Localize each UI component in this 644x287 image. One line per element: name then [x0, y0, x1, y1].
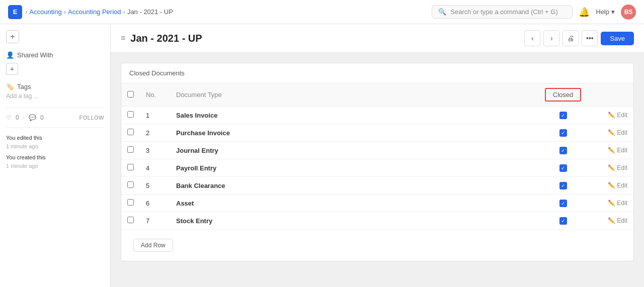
- row-no: 5: [140, 177, 170, 195]
- row-closed-cell: ✓: [533, 195, 593, 212]
- table-row: 2 Purchase Invoice ✓ ✏️ Edit: [121, 124, 633, 142]
- row-edit-cell: ✏️ Edit: [593, 212, 633, 230]
- comment-icon: 💬: [29, 114, 36, 121]
- closed-check-icon: ✓: [559, 164, 567, 172]
- more-button[interactable]: •••: [582, 30, 598, 46]
- topnav: E › Accounting › Accounting Period › Jan…: [0, 0, 644, 24]
- shared-with-section: 👤 Shared With +: [6, 51, 104, 75]
- row-closed-cell: ✓: [533, 177, 593, 195]
- tag-icon: 🏷️: [6, 83, 14, 90]
- breadcrumb-chevron-1: ›: [25, 8, 27, 16]
- closed-check-icon: ✓: [559, 112, 567, 119]
- comments-count: 0: [40, 114, 44, 121]
- page-header: ≡ Jan - 2021 - UP ‹ › 🖨 ••• Save: [111, 24, 644, 53]
- row-checkbox[interactable]: [127, 146, 134, 153]
- prev-button[interactable]: ‹: [524, 30, 540, 46]
- edit-link[interactable]: ✏️ Edit: [599, 200, 627, 207]
- header-checkbox[interactable]: [127, 91, 134, 98]
- breadcrumb-accounting-period[interactable]: Accounting Period: [68, 8, 121, 16]
- content-area: Closed Documents No. Document Type Close…: [111, 53, 644, 287]
- page-header-right: ‹ › 🖨 ••• Save: [524, 30, 634, 46]
- tags-title: 🏷️ Tags: [6, 83, 104, 90]
- row-closed-cell: ✓: [533, 107, 593, 124]
- help-button[interactable]: Help ▾: [596, 8, 615, 16]
- hamburger-icon[interactable]: ≡: [121, 34, 125, 43]
- page-title: Jan - 2021 - UP: [130, 33, 202, 44]
- next-button[interactable]: ›: [543, 30, 559, 46]
- row-checkbox-cell: [121, 212, 140, 230]
- search-bar[interactable]: 🔍 Search or type a command (Ctrl + G): [432, 5, 573, 19]
- header-checkbox-cell: [121, 83, 140, 107]
- add-row-button[interactable]: Add Row: [133, 239, 173, 252]
- table-row: 3 Journal Entry ✓ ✏️ Edit: [121, 142, 633, 159]
- row-edit-cell: ✏️ Edit: [593, 107, 633, 124]
- stats: ♡ 0 · 💬 0 FOLLOW: [6, 114, 104, 121]
- help-chevron-icon: ▾: [611, 8, 615, 16]
- tags-label: Tags: [17, 83, 31, 90]
- header-document-type: Document Type: [170, 83, 533, 107]
- app-icon[interactable]: E: [8, 5, 22, 19]
- edit-link[interactable]: ✏️ Edit: [599, 112, 627, 119]
- header-no: No.: [140, 83, 170, 107]
- closed-check-icon: ✓: [559, 200, 567, 207]
- add-row-container: Add Row: [121, 230, 633, 261]
- closed-check-icon: ✓: [559, 147, 567, 154]
- add-tag-label[interactable]: Add a tag ...: [6, 92, 104, 100]
- row-no: 1: [140, 107, 170, 124]
- row-checkbox[interactable]: [127, 199, 134, 206]
- table-header: No. Document Type Closed: [121, 83, 633, 107]
- breadcrumb-chevron-3: ›: [123, 8, 125, 16]
- notification-bell-icon[interactable]: 🔔: [579, 7, 590, 18]
- row-checkbox[interactable]: [127, 129, 134, 135]
- row-document-type: Asset: [170, 195, 533, 212]
- breadcrumb: › Accounting › Accounting Period › Jan -…: [25, 8, 173, 16]
- likes-count: 0: [16, 114, 19, 121]
- print-button[interactable]: 🖨: [562, 30, 579, 46]
- closed-check-icon: ✓: [559, 217, 567, 225]
- row-document-type: Journal Entry: [170, 142, 533, 159]
- edited-who: You edited this: [6, 135, 42, 141]
- closed-documents-card: Closed Documents No. Document Type Close…: [121, 63, 634, 261]
- row-closed-cell: ✓: [533, 159, 593, 177]
- edit-link[interactable]: ✏️ Edit: [599, 147, 627, 154]
- created-activity: You created this: [6, 153, 104, 162]
- topnav-left: E › Accounting › Accounting Period › Jan…: [8, 5, 173, 19]
- dot-separator: ·: [23, 114, 25, 121]
- edited-activity: You edited this: [6, 134, 104, 142]
- heart-icon: ♡: [6, 114, 12, 121]
- edited-time: 1 minute ago: [6, 142, 104, 151]
- divider-2: [6, 127, 104, 128]
- sidebar: + 👤 Shared With + 🏷️ Tags Add a tag ... …: [0, 24, 111, 287]
- row-closed-cell: ✓: [533, 212, 593, 230]
- edit-link[interactable]: ✏️ Edit: [599, 182, 627, 189]
- row-checkbox[interactable]: [127, 111, 134, 118]
- shared-with-add-button[interactable]: +: [6, 63, 18, 75]
- edit-link[interactable]: ✏️ Edit: [599, 217, 627, 224]
- save-button[interactable]: Save: [601, 32, 634, 45]
- edit-link[interactable]: ✏️ Edit: [599, 129, 627, 136]
- row-closed-cell: ✓: [533, 124, 593, 142]
- row-edit-cell: ✏️ Edit: [593, 124, 633, 142]
- created-time: 1 minute ago: [6, 162, 104, 170]
- row-document-type: Sales Invoice: [170, 107, 533, 124]
- row-checkbox[interactable]: [127, 164, 134, 170]
- row-document-type: Payroll Entry: [170, 159, 533, 177]
- row-edit-cell: ✏️ Edit: [593, 177, 633, 195]
- row-document-type: Purchase Invoice: [170, 124, 533, 142]
- sidebar-add-button[interactable]: +: [6, 30, 19, 43]
- row-checkbox[interactable]: [127, 181, 134, 188]
- created-who: You created this: [6, 154, 45, 160]
- divider-1: [6, 108, 104, 108]
- breadcrumb-chevron-2: ›: [64, 8, 66, 16]
- table-body: 1 Sales Invoice ✓ ✏️ Edit 2 Purchase Inv…: [121, 107, 633, 230]
- breadcrumb-accounting[interactable]: Accounting: [29, 8, 61, 16]
- search-placeholder: Search or type a command (Ctrl + G): [450, 8, 558, 16]
- closed-check-icon: ✓: [559, 129, 567, 137]
- topnav-right: 🔍 Search or type a command (Ctrl + G) 🔔 …: [432, 5, 636, 20]
- row-checkbox[interactable]: [127, 217, 134, 223]
- main-content: ≡ Jan - 2021 - UP ‹ › 🖨 ••• Save Closed …: [111, 24, 644, 287]
- follow-button[interactable]: FOLLOW: [79, 115, 104, 121]
- closed-documents-title: Closed Documents: [121, 63, 633, 83]
- avatar[interactable]: BS: [621, 5, 636, 20]
- edit-link[interactable]: ✏️ Edit: [599, 164, 627, 171]
